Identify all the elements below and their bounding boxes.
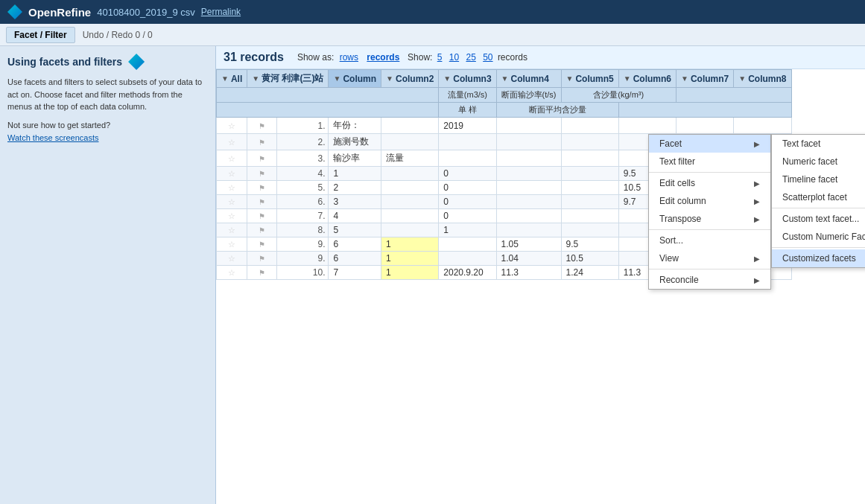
permalink-link[interactable]: Permalink	[201, 7, 241, 17]
row-flag[interactable]: ⚑	[247, 167, 277, 181]
row-flag[interactable]: ⚑	[247, 252, 277, 266]
row-star[interactable]: ☆	[217, 223, 247, 237]
menu-divider-2	[649, 229, 770, 230]
row-star[interactable]: ☆	[217, 167, 247, 181]
row-star[interactable]: ☆	[217, 134, 247, 150]
col5-header[interactable]: ▼ Column4	[496, 70, 561, 88]
col2-header[interactable]: ▼ Column	[329, 70, 381, 88]
row-star[interactable]: ☆	[217, 118, 247, 134]
row-c5	[561, 181, 618, 195]
menu-item-transpose[interactable]: Transpose ▶	[649, 210, 770, 228]
row-c1: 输沙率	[329, 150, 381, 167]
row-star[interactable]: ☆	[217, 209, 247, 223]
menu-item-text-filter[interactable]: Text filter	[649, 153, 770, 170]
facet-submenu-timeline[interactable]: Timeline facet	[772, 170, 865, 188]
row-c2	[381, 223, 439, 237]
row-star[interactable]: ☆	[217, 237, 247, 252]
left-panel: Using facets and filters Use facets and …	[0, 46, 216, 504]
row-c5: 1.24	[561, 266, 618, 280]
facet-submenu-customized[interactable]: Customized facets ▶	[772, 249, 865, 267]
row-c3: 0	[439, 181, 496, 195]
main-content: Using facets and filters Use facets and …	[0, 46, 865, 504]
menu-item-edit-cells[interactable]: Edit cells ▶	[649, 174, 770, 192]
column-context-menu: Facet ▶ Text filter Edit cells ▶ Edit co…	[648, 134, 771, 290]
panel-title-text: Using facets and filters	[7, 56, 122, 68]
col7-header[interactable]: ▼ Column6	[618, 70, 676, 88]
facet-submenu-custom-numeric[interactable]: Custom Numeric Facet...	[772, 228, 865, 246]
row-c5: 10.5	[561, 252, 618, 266]
row-c1: 7	[329, 266, 381, 280]
row-star[interactable]: ☆	[217, 150, 247, 167]
col-all-header[interactable]: ▼ All	[217, 70, 247, 88]
row-c1: 6	[329, 237, 381, 252]
row-star[interactable]: ☆	[217, 181, 247, 195]
facet-filter-tab[interactable]: Facet / Filter	[6, 27, 75, 43]
row-c2	[381, 209, 439, 223]
row-flag[interactable]: ⚑	[247, 181, 277, 195]
row-c4	[496, 195, 561, 209]
show-5-link[interactable]: 5	[437, 52, 443, 63]
app-logo-icon	[7, 4, 22, 19]
col6-header[interactable]: ▼ Column5	[561, 70, 618, 88]
show-25-link[interactable]: 25	[466, 52, 475, 63]
panel-description: Use facets and filters to select subsets…	[7, 76, 208, 113]
records-link[interactable]: records	[367, 52, 399, 63]
row-star[interactable]: ☆	[217, 195, 247, 209]
row-flag[interactable]: ⚑	[247, 209, 277, 223]
menu-item-edit-column[interactable]: Edit column ▶	[649, 192, 770, 210]
facet-submenu-custom-text[interactable]: Custom text facet...	[772, 210, 865, 228]
row-c2	[381, 181, 439, 195]
row-flag[interactable]: ⚑	[247, 195, 277, 209]
col8-header[interactable]: ▼ Column7	[677, 70, 734, 88]
row-c1: 施测号数	[329, 134, 381, 150]
facet-submenu-numeric[interactable]: Numeric facet	[772, 153, 865, 170]
row-c3: 0	[439, 209, 496, 223]
table-header-row: ▼ All ▼ 黄河 利津(三)站 ▼	[217, 70, 792, 88]
col1-header[interactable]: ▼ 黄河 利津(三)站	[247, 70, 329, 88]
row-star[interactable]: ☆	[217, 266, 247, 280]
row-flag[interactable]: ⚑	[247, 150, 277, 167]
facet-submenu-text[interactable]: Text facet	[772, 135, 865, 153]
file-name: 40108400_2019_9 csv	[97, 7, 195, 18]
row-num: 2.	[276, 134, 329, 150]
facet-submenu-scatterplot[interactable]: Scatterplot facet	[772, 188, 865, 206]
row-flag[interactable]: ⚑	[247, 237, 277, 252]
row-c5	[561, 195, 618, 209]
row-c1: 6	[329, 252, 381, 266]
row-c4	[496, 150, 561, 167]
menu-item-view[interactable]: View ▶	[649, 249, 770, 267]
row-num: 1.	[276, 118, 329, 134]
row-c2: 1	[381, 252, 439, 266]
row-star[interactable]: ☆	[217, 252, 247, 266]
show-10-link[interactable]: 10	[449, 52, 459, 63]
menu-item-facet[interactable]: Facet ▶	[649, 135, 770, 153]
show-50-link[interactable]: 50	[483, 52, 492, 63]
col4-header[interactable]: ▼ Column3	[439, 70, 496, 88]
screencasts-link[interactable]: Watch these screencasts	[7, 133, 98, 142]
table-subheader-row2: 单 样 断面平均含沙量	[217, 103, 792, 118]
row-c2: 流量	[381, 150, 439, 167]
table-subheader-row1: 流量(m3/s) 断面输沙率(t/s) 含沙量(kg/m³)	[217, 88, 792, 103]
row-c4	[496, 118, 561, 134]
row-flag[interactable]: ⚑	[247, 223, 277, 237]
row-flag[interactable]: ⚑	[247, 118, 277, 134]
menu-item-sort[interactable]: Sort...	[649, 232, 770, 249]
table-row: ☆⚑1.年份：2019	[217, 118, 792, 134]
menu-item-reconcile[interactable]: Reconcile ▶	[649, 271, 770, 289]
row-c8	[734, 118, 791, 134]
subheader-transport: 断面输沙率(t/s)	[496, 88, 561, 103]
row-c4: 1.04	[496, 252, 561, 266]
row-c3	[439, 134, 496, 150]
row-flag[interactable]: ⚑	[247, 266, 277, 280]
row-c3	[439, 252, 496, 266]
row-c2	[381, 134, 439, 150]
row-num: 9.	[276, 252, 329, 266]
rows-link[interactable]: rows	[340, 52, 358, 63]
row-c3: 0	[439, 195, 496, 209]
col3-header[interactable]: ▼ Column2	[381, 70, 439, 88]
row-c5	[561, 209, 618, 223]
col9-header[interactable]: ▼ Column8	[734, 70, 791, 88]
row-c1: 4	[329, 209, 381, 223]
row-c2: 1	[381, 237, 439, 252]
row-flag[interactable]: ⚑	[247, 134, 277, 150]
